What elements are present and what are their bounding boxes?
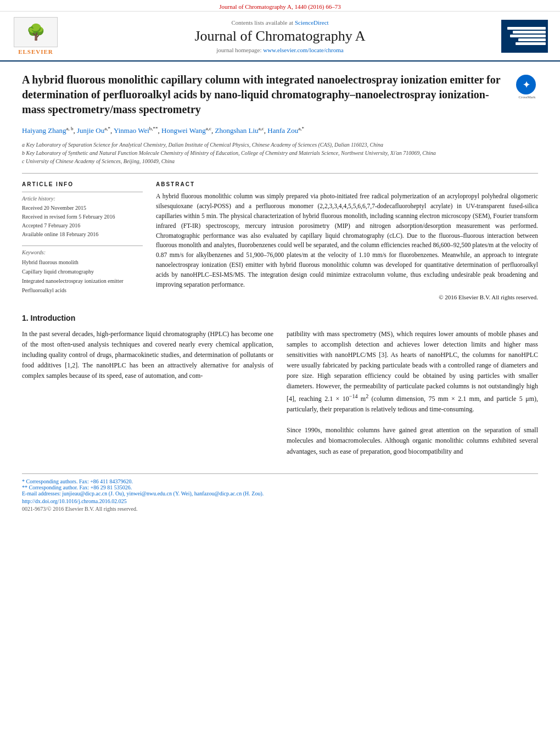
doi-line: http://dx.doi.org/10.1016/j.chroma.2016.… [22,498,538,504]
homepage-line: journal homepage: www.elsevier.com/locat… [66,47,494,53]
abstract-col: ABSTRACT A hybrid fluorous monolithic co… [156,181,538,302]
divider [22,173,538,174]
journal-right-logo [500,20,549,53]
accepted: Accepted 7 February 2016 [22,221,143,230]
abstract-label: ABSTRACT [156,181,538,187]
received-1: Received 20 November 2015 [22,204,143,213]
copyright-line: © 2016 Elsevier B.V. All rights reserved… [156,293,538,302]
keywords-block: Keywords: Hybrid fluorous monolith Capil… [22,246,143,295]
keyword-2: Capillary liquid chromatography [22,267,143,276]
authors-line: Haiyang Zhanga, b, Junjie Oua,*, Yinmao … [22,126,538,135]
intro-left-text: In the past several decades, high-perfor… [22,329,273,457]
crossmark-icon: ✦ [516,75,536,94]
article-title: A hybrid fluorous monolithic capillary c… [22,72,511,117]
homepage-link[interactable]: www.elsevier.com/locate/chroma [263,47,344,53]
keyword-3: Integrated nanoelectrospray ionization e… [22,276,143,286]
article-info-abstract: ARTICLE INFO Article history: Received 2… [22,181,538,302]
keyword-4: Perfluoroalkyl acids [22,286,143,295]
received-2: Received in revised form 5 February 2016 [22,213,143,221]
history-title: Article history: [22,196,143,202]
affiliation-a: a Key Laboratory of Separation Science f… [22,141,538,149]
email-line: E-mail addresses: junjieau@dicp.ac.cn (J… [22,490,538,496]
elsevier-label: ELSEVIER [18,48,53,55]
footnote-1: * Corresponding authors. Fax: +86 411 84… [22,478,538,484]
article-info-label: ARTICLE INFO [22,181,143,187]
keywords-title: Keywords: [22,249,143,255]
intro-two-col: In the past several decades, high-perfor… [22,329,538,457]
elsevier-logo: 🌳 ELSEVIER [11,17,60,55]
article-info-col: ARTICLE INFO Article history: Received 2… [22,181,143,302]
article-title-section: A hybrid fluorous monolithic capillary c… [22,72,538,117]
abstract-text: A hybrid fluorous monolithic column was … [156,192,538,302]
contents-line: Contents lists available at ScienceDirec… [66,19,494,26]
footnote-2: ** Corresponding author. Fax: +86 29 81 … [22,484,538,490]
keyword-1: Hybrid fluorous monolith [22,258,143,267]
issn-line: 0021-9673/© 2016 Elsevier B.V. All right… [22,506,538,512]
journal-header: 🌳 ELSEVIER Contents lists available at S… [0,12,560,62]
main-content: A hybrid fluorous monolithic capillary c… [0,62,560,523]
introduction-section: 1. Introduction In the past several deca… [22,314,538,457]
affiliations: a Key Laboratory of Separation Science f… [22,141,538,165]
crossmark-label: CrossMark [516,95,538,99]
journal-title: Journal of Chromatography A [66,28,494,44]
sciencedirect-link[interactable]: ScienceDirect [295,19,329,26]
footer-section: * Corresponding authors. Fax: +86 411 84… [22,473,538,512]
doi-link[interactable]: http://dx.doi.org/10.1016/j.chroma.2016.… [22,498,127,504]
tree-icon: 🌳 [26,25,46,40]
affiliation-c: c University of Chinese Academy of Scien… [22,157,538,165]
intro-heading: 1. Introduction [22,314,538,322]
journal-center: Contents lists available at ScienceDirec… [66,19,494,53]
journal-citation: Journal of Chromatography A, 1440 (2016)… [0,0,560,12]
available-online: Available online 18 February 2016 [22,230,143,239]
affiliation-b: b Key Laboratory of Synthetic and Natura… [22,149,538,157]
article-history-block: Article history: Received 20 November 20… [22,192,143,239]
intro-right-text: patibility with mass spectrometry (MS), … [287,329,538,457]
crossmark-badge: ✦ CrossMark [516,75,538,117]
